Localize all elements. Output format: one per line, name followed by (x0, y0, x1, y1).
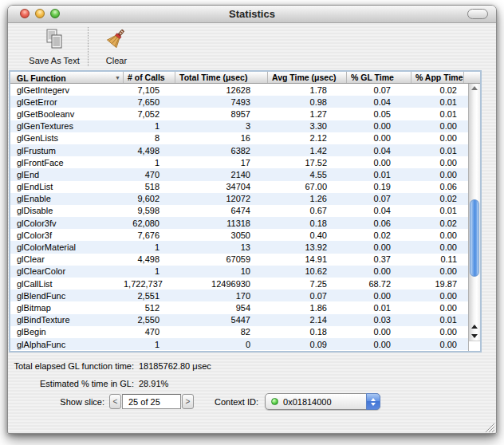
table-row[interactable]: glGenTextures133.300.000.00 (10, 120, 468, 132)
slice-field[interactable] (122, 394, 181, 409)
cell-gl: 0.02 (347, 230, 411, 240)
cell-gl: 0.00 (347, 266, 411, 276)
cell-total: 82 (175, 327, 268, 337)
column-header-gl-time[interactable]: % GL Time (347, 72, 411, 83)
cell-calls: 62,080 (124, 219, 175, 228)
cell-func: glClear (10, 254, 124, 264)
cell-avg: 0.18 (268, 327, 347, 337)
cell-total: 7493 (175, 97, 268, 107)
cell-app: 0.00 (411, 121, 464, 131)
statistics-table: GL Function ▼ # of Calls Total Time (μse… (9, 70, 482, 352)
resize-grip[interactable] (484, 421, 494, 431)
cell-func: glBitmap (10, 303, 124, 313)
cell-total: 6382 (175, 146, 268, 156)
scroll-down-button[interactable] (469, 331, 480, 341)
cell-app: 19.87 (411, 279, 464, 289)
cell-avg: 0.09 (268, 340, 347, 349)
save-as-text-icon (44, 29, 65, 53)
cell-func: glDisable (10, 206, 124, 215)
cell-calls: 4,498 (124, 146, 175, 156)
cell-calls: 1 (124, 266, 175, 276)
toolbar-toggle-button[interactable] (467, 9, 488, 19)
context-id-value: 0x01814000 (283, 397, 332, 407)
table-row[interactable]: glBlendFunc2,5511700.070.000.00 (10, 289, 468, 301)
table-row[interactable]: glClearColor11010.620.000.00 (10, 266, 468, 278)
table-row[interactable]: glGetBooleanv7,05289571.270.050.01 (10, 108, 468, 120)
slice-prev-button[interactable]: < (109, 394, 121, 409)
cell-gl: 0.04 (347, 146, 411, 156)
save-as-text-button[interactable]: Save As Text (18, 29, 91, 65)
cell-gl: 0.01 (347, 170, 411, 179)
table-row[interactable]: glColor3f7,67630500.400.020.00 (10, 229, 468, 241)
cell-calls: 518 (124, 182, 175, 191)
table-row[interactable]: glEnd47021404.550.010.00 (10, 168, 468, 180)
cell-total: 12628 (175, 85, 268, 95)
clear-button[interactable]: Clear (94, 29, 139, 65)
column-header-avg-time[interactable]: Avg Time (μsec) (268, 72, 347, 83)
column-header-app-time[interactable]: % App Time (411, 72, 464, 83)
table-row[interactable]: glGenLists8162.120.000.00 (10, 132, 468, 144)
scrollbar-thumb[interactable] (470, 199, 479, 277)
column-header-num-calls[interactable]: # of Calls (124, 72, 175, 83)
table-row[interactable]: glEnable9,602120721.260.070.02 (10, 193, 468, 205)
cell-avg: 1.86 (268, 303, 347, 313)
scrollbar-arrow-buttons (469, 321, 480, 341)
cell-app: 0.02 (411, 219, 464, 228)
estimated-time-label: Estimated % time in GL: (8, 379, 134, 388)
cell-app: 0.00 (411, 170, 464, 179)
cell-total: 67059 (175, 254, 268, 264)
context-status-led-icon (271, 398, 278, 405)
cell-func: glClearColor (10, 266, 124, 276)
cell-total: 2140 (175, 170, 268, 179)
cell-total: 10 (175, 266, 268, 276)
table-row[interactable]: glGetError7,65074930.980.040.01 (10, 96, 468, 108)
scroll-up-button[interactable] (469, 321, 480, 331)
column-header-total-time[interactable]: Total Time (μsec) (175, 72, 268, 83)
cell-app: 0.00 (411, 327, 464, 337)
cell-func: glGenLists (10, 133, 124, 143)
table-row[interactable]: glFrontFace11717.520.000.00 (10, 156, 468, 168)
toolbar-separator (88, 27, 89, 66)
cell-calls: 7,105 (124, 85, 175, 95)
cell-total: 170 (175, 291, 268, 301)
cell-avg: 14.91 (268, 254, 347, 264)
sort-descending-icon: ▼ (115, 75, 120, 81)
table-row[interactable]: glColor3fv62,080113180.180.060.02 (10, 217, 468, 229)
cell-func: glBindTexture (10, 315, 124, 325)
table-row[interactable]: glEndList5183470467.000.190.06 (10, 181, 468, 193)
table-header: GL Function ▼ # of Calls Total Time (μse… (10, 72, 480, 84)
cell-func: glColorMaterial (10, 242, 124, 252)
column-header-gl-function[interactable]: GL Function ▼ (10, 72, 124, 83)
cell-gl: 0.00 (347, 327, 411, 337)
table-row[interactable]: glFrustum4,49863821.420.040.01 (10, 144, 468, 156)
cell-total: 0 (175, 340, 268, 349)
cell-app: 0.00 (411, 158, 464, 167)
cell-total: 12072 (175, 194, 268, 203)
table-row[interactable]: glBitmap5129541.860.010.00 (10, 301, 468, 313)
cell-func: glEndList (10, 182, 124, 191)
cell-avg: 1.27 (268, 109, 347, 119)
table-row[interactable]: glGetIntegerv7,105126281.780.070.02 (10, 84, 468, 96)
table-row[interactable]: glDisable9,59864740.670.040.01 (10, 205, 468, 217)
cell-app: 0.01 (411, 206, 464, 215)
cell-gl: 0.00 (347, 340, 411, 349)
title-bar[interactable]: Statistics (8, 6, 496, 23)
table-row[interactable]: glBegin470820.180.000.00 (10, 326, 468, 338)
vertical-scrollbar[interactable] (468, 84, 480, 351)
table-row[interactable]: glClear4,4986705914.910.370.11 (10, 254, 468, 266)
cell-calls: 2,551 (124, 291, 175, 301)
cell-app: 0.00 (411, 230, 464, 240)
show-slice-label: Show slice: (8, 397, 104, 407)
cell-gl: 0.00 (347, 133, 411, 143)
table-body[interactable]: glGetIntegerv7,105126281.780.070.02glGet… (10, 84, 468, 351)
slice-next-button[interactable]: > (182, 394, 194, 409)
table-row[interactable]: glBindTexture2,55054472.140.030.01 (10, 314, 468, 326)
table-row[interactable]: glColorMaterial11313.920.000.00 (10, 241, 468, 253)
table-row[interactable]: glCallList1,722,737124969307.2568.7219.8… (10, 278, 468, 289)
table-row[interactable]: glAlphaFunc100.090.000.00 (10, 338, 468, 350)
cell-calls: 1 (124, 158, 175, 167)
context-id-dropdown[interactable]: 0x01814000 (265, 393, 380, 410)
statistics-window: Statistics Save As Text (7, 5, 497, 434)
slice-context-row: Show slice: < > Context ID: 0x01814000 (8, 393, 380, 410)
cell-gl: 0.00 (347, 158, 411, 167)
